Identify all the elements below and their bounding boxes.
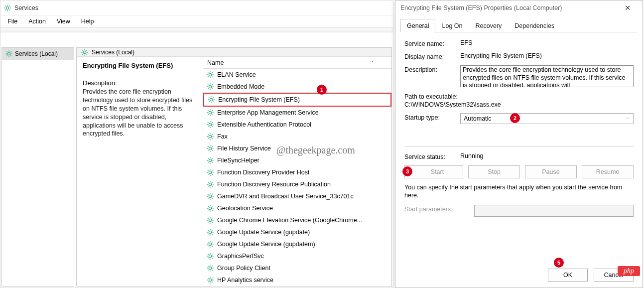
svg-point-14 [209, 207, 211, 209]
services-titlebar: Services [0, 0, 393, 15]
content-pane: Services (Local) Encrypting File System … [76, 47, 392, 287]
tree-services-local[interactable]: Services (Local) [2, 48, 74, 60]
service-status-label: Service status: [404, 152, 460, 160]
gear-icon [206, 121, 214, 129]
service-row[interactable]: FileSyncHelper [203, 154, 391, 166]
close-icon[interactable]: ✕ [618, 3, 638, 12]
display-name-value: Encrypting File System (EFS) [460, 52, 634, 59]
menu-help[interactable]: Help [76, 16, 99, 26]
service-row[interactable]: Google Update Service (gupdate) [203, 226, 391, 238]
service-row[interactable]: Google Update Service (gupdatem) [203, 238, 391, 250]
pane-header: Services (Local) [77, 48, 391, 57]
service-row[interactable]: Encrypting File System (EFS) [203, 93, 391, 107]
description-textbox[interactable]: Provides the core file encryption techno… [460, 65, 634, 87]
tab-log-on[interactable]: Log On [435, 19, 469, 32]
window-title: Services [14, 4, 38, 11]
column-header-name[interactable]: Name [207, 59, 317, 66]
svg-point-9 [209, 147, 211, 149]
service-status-value: Running [460, 152, 634, 159]
annotation-5: 5 [554, 258, 564, 268]
svg-point-5 [210, 98, 212, 101]
annotation-1: 1 [317, 85, 327, 95]
gear-icon [206, 192, 214, 200]
service-row[interactable]: HP Analytics service [203, 274, 391, 286]
service-name: Fax [217, 133, 228, 140]
service-row[interactable]: Embedded Mode [203, 81, 391, 93]
service-name: FileSyncHelper [217, 157, 259, 164]
description-label: Description: [404, 65, 460, 73]
service-row[interactable]: Extensible Authentication Protocol [203, 119, 391, 131]
resume-button[interactable]: Resume [582, 165, 634, 178]
tab-general[interactable]: General [400, 19, 435, 32]
service-row[interactable]: Google Chrome Elevation Service (GoogleC… [203, 214, 391, 226]
annotation-2: 2 [510, 113, 520, 123]
tree-pane: Services (Local) [1, 47, 74, 287]
gear-icon [206, 144, 214, 152]
ok-button[interactable]: OK [548, 269, 588, 282]
service-name: Google Update Service (gupdate) [217, 229, 310, 236]
menu-view[interactable]: View [52, 16, 75, 26]
svg-point-19 [209, 267, 211, 269]
svg-point-4 [209, 85, 211, 88]
stop-button[interactable]: Stop [468, 165, 520, 178]
service-row[interactable]: ELAN Service [203, 69, 391, 81]
gear-icon [206, 252, 214, 260]
gear-icon [206, 83, 214, 91]
startup-type-label: Startup type: [404, 113, 460, 121]
menu-action[interactable]: Action [23, 16, 51, 26]
menu-file[interactable]: File [2, 16, 22, 26]
service-row[interactable]: GameDVR and Broadcast User Service_33c70… [203, 190, 391, 202]
service-row[interactable]: Group Policy Client [203, 262, 391, 274]
tab-recovery[interactable]: Recovery [469, 19, 509, 32]
gear-icon [206, 133, 214, 141]
svg-point-1 [7, 52, 10, 55]
pane-header-label: Services (Local) [92, 49, 134, 56]
service-row[interactable]: Geolocation Service [203, 202, 391, 214]
toolbar [0, 27, 393, 32]
service-name: HP Analytics service [217, 277, 273, 284]
path-value: C:\WINDOWS\System32\lsass.exe [404, 101, 501, 108]
svg-point-18 [209, 255, 211, 257]
selected-service-description: Provides the core file encryption techno… [83, 88, 197, 138]
service-name: ELAN Service [217, 71, 256, 78]
service-row[interactable]: Enterprise App Management Service [203, 107, 391, 119]
selected-service-title: Encrypting File System (EFS) [83, 62, 197, 69]
sort-caret-icon: ⌃ [371, 60, 375, 65]
service-name: Enterprise App Management Service [217, 109, 319, 116]
path-label: Path to executable: [404, 92, 458, 100]
gear-icon [3, 4, 11, 12]
service-name: GameDVR and Broadcast User Service_33c70… [217, 193, 354, 200]
gear-icon [206, 228, 214, 236]
startup-type-value: Automatic [464, 115, 492, 122]
gear-icon [5, 50, 13, 58]
gear-icon [206, 109, 214, 117]
pause-button[interactable]: Pause [525, 165, 577, 178]
service-row[interactable]: Function Discovery Provider Host [203, 166, 391, 178]
service-row[interactable]: GraphicsPerfSvc [203, 250, 391, 262]
properties-dialog: Encrypting File System (EFS) Properties … [395, 0, 643, 288]
gear-icon [206, 276, 214, 284]
service-name: Embedded Mode [217, 83, 264, 90]
service-name: Google Update Service (gupdatem) [217, 241, 315, 248]
service-name: GraphicsPerfSvc [217, 253, 264, 260]
service-name-value: EFS [460, 39, 634, 46]
service-name: Geolocation Service [217, 205, 273, 212]
start-params-input[interactable] [474, 205, 634, 217]
svg-point-10 [209, 159, 211, 161]
service-name: Function Discovery Resource Publication [217, 181, 331, 188]
svg-point-16 [209, 231, 211, 233]
svg-point-6 [209, 111, 211, 114]
tab-dependencies[interactable]: Dependencies [508, 19, 561, 32]
service-row[interactable]: Function Discovery Resource Publication [203, 178, 391, 190]
start-button[interactable]: Start [404, 165, 463, 178]
startup-type-select[interactable]: Automatic ﹀ [460, 113, 634, 124]
column-header-row[interactable]: Name ⌃ [203, 57, 391, 69]
service-name: File History Service [217, 145, 271, 152]
services-list[interactable]: ELAN ServiceEmbedded ModeEncrypting File… [203, 69, 391, 286]
chevron-down-icon: ﹀ [626, 116, 630, 122]
svg-point-11 [209, 171, 211, 173]
main-area: Services (Local) Services (Local) Encryp… [0, 46, 393, 288]
service-row[interactable]: Fax [203, 131, 391, 143]
svg-point-12 [209, 183, 211, 185]
details-area: Encrypting File System (EFS) Description… [77, 57, 391, 286]
